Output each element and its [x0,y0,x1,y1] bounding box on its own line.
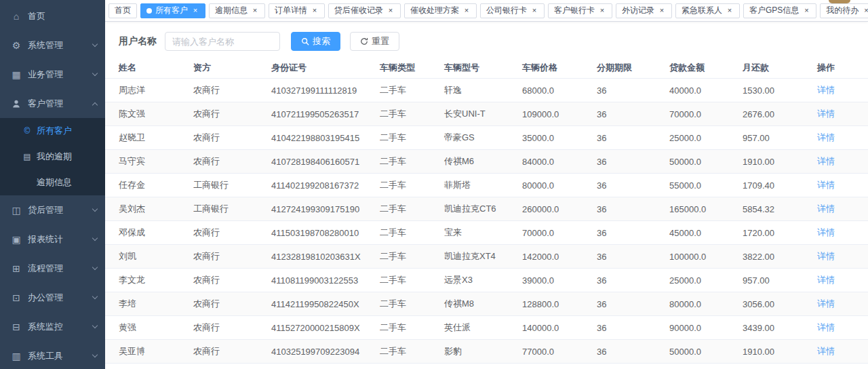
close-icon[interactable]: × [530,7,538,15]
cell-price: 39000.0 [509,275,583,286]
cell-term: 36 [583,323,656,333]
tab[interactable]: 催收处理方案 × [404,3,477,18]
grid-icon: ▦ [11,69,22,80]
detail-link[interactable]: 详情 [817,180,835,190]
cell-name: 黄强 [105,322,180,334]
avatar[interactable] [829,0,850,3]
sidebar-item[interactable]: ⌂ 首页 [0,1,105,31]
cell-monthly: 957.00 [729,133,804,143]
detail-link[interactable]: 详情 [817,298,835,309]
cell-loan: 55000.0 [656,180,729,191]
detail-link[interactable]: 详情 [817,156,835,166]
search-icon [301,37,309,45]
close-icon[interactable]: × [862,7,868,15]
detail-link[interactable]: 详情 [817,346,835,356]
chevron-down-icon [92,352,98,357]
cell-term: 36 [583,275,656,286]
sidebar-item[interactable]: ▥ 系统工具 [0,341,105,369]
cell-loan: 50000.0 [656,157,729,167]
cell-loan: 100000.0 [656,252,729,262]
tab[interactable]: 订单详情 × [269,3,325,18]
sidebar-item-label: 系统监控 [28,321,89,333]
detail-link[interactable]: 详情 [817,322,835,332]
close-icon[interactable]: × [726,7,734,15]
search-button[interactable]: 搜索 [291,32,340,51]
tab[interactable]: 客户GPS信息 × [743,3,816,18]
sidebar-menu: ⌂ 首页 ⚙ 系统管理 ▦ 业务管理 客户管理 © 所 [0,0,105,369]
chevron-down-icon [92,323,98,328]
cell-monthly: 3056.00 [729,299,804,309]
cell-price: 80000.0 [509,180,583,191]
detail-link[interactable]: 详情 [817,203,835,214]
detail-link[interactable]: 详情 [817,132,835,142]
refresh-icon [360,37,368,45]
cell-monthly: 3822.00 [729,252,804,262]
sidebar-item[interactable]: ⊟ 系统监控 [0,312,105,341]
book-icon: ◫ [11,205,22,216]
sidebar-item[interactable]: ◫ 贷后管理 [0,195,105,225]
detail-link[interactable]: 详情 [817,275,835,285]
tab[interactable]: 我的待办 × [820,3,868,18]
monitor-icon: ⊟ [11,322,22,332]
close-icon[interactable]: × [251,7,259,15]
reset-button[interactable]: 重置 [350,32,399,51]
cell-loan: 90000.0 [656,323,729,333]
tab[interactable]: 贷后催收记录 × [328,3,401,18]
detail-link[interactable]: 详情 [817,85,835,95]
sidebar-item[interactable]: ⊞ 流程管理 [0,254,105,283]
search-input[interactable] [165,32,280,51]
main-content: 首页 × 所有客户 × 逾期信息 × 订单详情 × 贷后催收记录 × 催收处理方 [105,0,868,369]
table-row: 任存金 工商银行 411402199208167372 二手车 菲斯塔 8000… [105,174,868,197]
cell-name: 李文龙 [105,274,180,286]
cell-term: 36 [583,299,656,309]
sidebar-item[interactable]: ▦ 业务管理 [0,60,105,89]
tab-label: 订单详情 [275,5,307,16]
cell-model: 英仕派 [431,322,509,334]
cell-price: 68000.0 [509,85,583,96]
close-icon[interactable]: × [802,7,810,15]
tab[interactable]: 所有客户 × [140,3,205,18]
cell-vehicle-type: 二手车 [366,345,431,357]
sidebar-item-label: 首页 [28,10,97,22]
sidebar-item[interactable]: ⚙ 系统管理 [0,31,105,60]
close-icon[interactable]: × [598,7,606,15]
table-row: 李培 农商行 41142119950822450X 二手车 传祺M8 12880… [105,292,868,316]
detail-link[interactable]: 详情 [817,109,835,119]
close-icon[interactable]: × [658,7,666,15]
cell-name: 吴刘杰 [105,203,180,215]
cell-vehicle-type: 二手车 [366,155,431,168]
tab[interactable]: 客户银行卡 × [548,3,612,18]
cell-vehicle-type: 二手车 [366,203,431,215]
sidebar-item[interactable]: ▤ 我的逾期 [0,144,105,170]
close-icon[interactable]: × [462,7,471,15]
cell-funder: 农商行 [180,250,258,263]
cell-name: 周志洋 [105,84,180,96]
tab[interactable]: 公司银行卡 × [480,3,545,18]
tab[interactable]: 紧急联系人 × [675,3,740,18]
sidebar-item[interactable]: 逾期信息 [0,170,105,195]
close-icon[interactable]: × [191,7,199,15]
tab[interactable]: 首页 × [108,3,137,18]
cell-vehicle-type: 二手车 [366,322,431,334]
cell-name: 陈文强 [105,108,180,120]
cell-id-number: 410325199709223094 [258,347,366,357]
sidebar-item[interactable]: ⊡ 办公管理 [0,283,105,312]
cell-term: 36 [583,252,656,262]
chevron-down-icon [92,235,98,241]
tab[interactable]: 外访记录 × [616,3,672,18]
tab-label: 逾期信息 [215,5,248,16]
cell-id-number: 410422198803195415 [258,133,366,143]
sidebar-item[interactable]: ▣ 报表统计 [0,225,105,254]
close-icon[interactable]: × [311,7,319,15]
tab[interactable]: 逾期信息 × [209,3,265,18]
sidebar-item[interactable]: © 所有客户 [0,118,105,144]
active-dot-icon [146,8,152,14]
cell-price: 142000.0 [509,252,583,262]
detail-link[interactable]: 详情 [817,251,835,261]
flow-icon: ⊞ [11,263,22,274]
close-icon[interactable]: × [387,7,395,15]
search-form: 用户名称 搜索 重置 [105,22,868,58]
detail-link[interactable]: 详情 [817,227,835,237]
sidebar-item[interactable]: 客户管理 [0,89,105,118]
cell-id-number: 410728198406160571 [258,157,366,167]
